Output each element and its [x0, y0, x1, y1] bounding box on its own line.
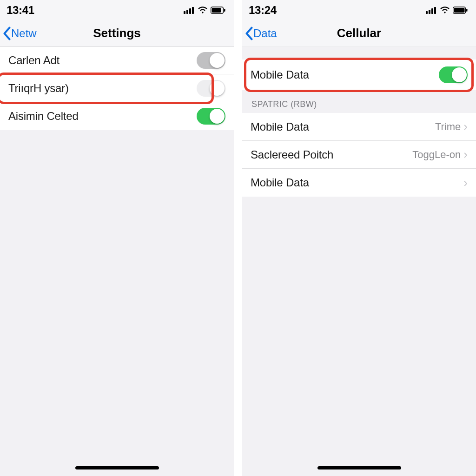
cellular-icon: [426, 7, 437, 14]
home-indicator[interactable]: [317, 466, 401, 469]
row-mobile-data-toggle[interactable]: Mobile Data: [242, 60, 476, 90]
row-aisimin-celted[interactable]: Aisimin Celted: [0, 102, 234, 130]
svg-rect-9: [431, 8, 433, 14]
svg-rect-3: [192, 7, 194, 14]
status-icons: [426, 7, 468, 14]
right-screenshot: 13:24 Data Cellular Mobile Data SPATRIC …: [242, 0, 476, 476]
row-label: Mobile Data: [251, 120, 309, 133]
chevron-right-icon: ›: [463, 119, 468, 134]
toggle-switch[interactable]: [439, 66, 468, 83]
chevron-left-icon: [3, 26, 11, 40]
svg-rect-1: [186, 10, 188, 14]
battery-icon: [453, 7, 468, 14]
svg-rect-2: [189, 8, 191, 14]
row-label: Mobile Data: [251, 68, 309, 81]
toggle-switch[interactable]: [197, 52, 225, 69]
row-label: Carlen Adt: [8, 54, 60, 67]
back-label: Data: [253, 27, 277, 40]
row-mobile-data-detail[interactable]: Mobile Data Trime ›: [242, 113, 476, 141]
svg-rect-10: [434, 7, 436, 14]
svg-rect-8: [429, 10, 430, 14]
nav-title: Settings: [93, 26, 141, 40]
chevron-left-icon: [245, 26, 253, 40]
status-time: 13:41: [7, 4, 34, 17]
svg-rect-7: [426, 11, 428, 14]
detail-list: Mobile Data Trime › Saclereed Poitch Tog…: [242, 113, 476, 197]
nav-bar: Netw Settings: [0, 20, 234, 46]
wifi-icon: [198, 7, 208, 14]
toggle-switch[interactable]: [197, 80, 225, 97]
battery-icon: [211, 7, 225, 14]
toggle-switch[interactable]: [197, 108, 225, 125]
back-button[interactable]: Data: [245, 26, 277, 40]
left-screenshot: 13:41 Netw Settings Carlen Adt TriıqrH y…: [0, 0, 234, 476]
row-label: Aisimin Celted: [8, 110, 79, 123]
back-button[interactable]: Netw: [3, 26, 37, 40]
row-label: TriıqrH ysar): [8, 82, 69, 95]
svg-rect-5: [212, 8, 221, 13]
row-label: Saclereed Poitch: [251, 148, 333, 161]
cellular-icon: [184, 7, 195, 14]
status-bar: 13:24: [242, 0, 476, 20]
back-label: Netw: [11, 27, 37, 40]
row-label: Mobile Data: [251, 176, 309, 189]
status-time: 13:24: [249, 4, 277, 17]
nav-title: Cellular: [337, 26, 381, 40]
row-mobile-data-3[interactable]: Mobile Data ›: [242, 169, 476, 197]
row-detail: ToggLe-on: [412, 149, 461, 161]
mobile-data-group: Mobile Data: [242, 60, 476, 90]
row-detail: Trime: [435, 121, 461, 133]
chevron-right-icon: ›: [463, 176, 468, 190]
home-indicator[interactable]: [75, 466, 159, 469]
row-triiqrh-ysar[interactable]: TriıqrH ysar): [0, 74, 234, 102]
section-header: SPATRIC (RBW): [242, 90, 476, 113]
svg-rect-13: [466, 9, 468, 12]
svg-rect-6: [224, 9, 225, 12]
svg-rect-0: [184, 11, 185, 14]
settings-list: Carlen Adt TriıqrH ysar) Aisimin Celted: [0, 46, 234, 130]
chevron-right-icon: ›: [463, 147, 468, 162]
status-icons: [184, 7, 225, 14]
svg-rect-12: [454, 8, 465, 13]
row-saclereed-poitch[interactable]: Saclereed Poitch ToggLe-on ›: [242, 141, 476, 169]
status-bar: 13:41: [0, 0, 234, 20]
row-carlen-adt[interactable]: Carlen Adt: [0, 46, 234, 74]
screenshot-divider: [234, 0, 242, 476]
nav-bar: Data Cellular: [242, 20, 476, 46]
wifi-icon: [440, 7, 450, 14]
